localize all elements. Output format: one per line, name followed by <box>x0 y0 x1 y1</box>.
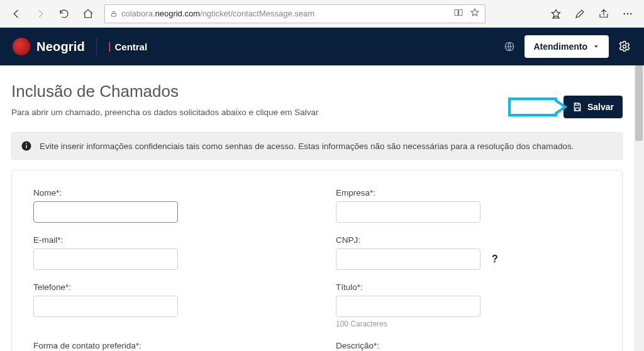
field-email: E-mail*: <box>33 235 298 270</box>
scroll-thumb[interactable] <box>635 65 643 141</box>
field-descricao: Descrição*: <box>336 341 601 351</box>
logo-icon <box>13 38 30 55</box>
subbrand-label: Central <box>114 42 147 52</box>
header-divider <box>96 38 97 55</box>
refresh-button[interactable] <box>53 3 75 25</box>
label-telefone: Telefone*: <box>33 282 298 292</box>
more-icon[interactable] <box>616 3 639 25</box>
svg-point-6 <box>623 45 626 48</box>
callout-arrow <box>508 98 557 116</box>
label-nome: Nome*: <box>33 188 298 198</box>
forward-button[interactable] <box>29 3 52 25</box>
app-header: Neogrid | Central Atendimento <box>0 28 644 65</box>
globe-icon[interactable] <box>503 40 516 53</box>
share-icon[interactable] <box>592 3 615 25</box>
page-content: Inclusão de Chamados Para abrir um chama… <box>0 65 634 351</box>
label-email: E-mail*: <box>33 235 298 245</box>
input-empresa[interactable] <box>336 201 480 223</box>
back-button[interactable] <box>5 3 28 25</box>
svg-rect-8 <box>26 145 27 148</box>
info-text: Evite inserir informações confidenciais … <box>40 142 574 151</box>
home-button[interactable] <box>77 3 99 25</box>
notes-icon[interactable] <box>569 3 591 25</box>
field-forma-contato: Forma de contato preferida*: Selecione..… <box>33 341 298 351</box>
hint-titulo: 100 Caracteres <box>336 320 601 328</box>
field-telefone: Telefone*: <box>33 282 298 328</box>
info-banner: Evite inserir informações confidenciais … <box>11 132 623 160</box>
field-empresa: Empresa*: <box>336 188 601 223</box>
save-label: Salvar <box>587 102 614 112</box>
page-subtitle: Para abrir um chamado, preencha os dados… <box>11 108 319 117</box>
brand-name: Neogrid <box>36 40 85 54</box>
label-forma-contato: Forma de contato preferida*: <box>33 341 298 350</box>
chevron-down-icon <box>592 43 600 50</box>
label-descricao: Descrição*: <box>336 341 601 350</box>
vertical-scrollbar[interactable] <box>634 65 644 351</box>
field-nome: Nome*: <box>33 188 298 223</box>
lock-icon <box>110 10 118 18</box>
svg-rect-9 <box>26 143 27 145</box>
url-text: colabora.neogrid.com/ngticket/contactMes… <box>121 9 314 18</box>
save-button[interactable]: Salvar <box>564 96 623 118</box>
input-nome[interactable] <box>33 201 178 223</box>
svg-point-3 <box>627 13 628 14</box>
input-telefone[interactable] <box>33 296 178 317</box>
field-cnpj: CNPJ: ? <box>336 235 601 270</box>
input-titulo[interactable] <box>336 296 480 317</box>
atendimento-dropdown[interactable]: Atendimento <box>525 35 609 58</box>
input-cnpj[interactable] <box>336 248 480 270</box>
svg-point-4 <box>630 13 631 14</box>
favorites-icon[interactable] <box>545 3 567 25</box>
browser-toolbar: colabora.neogrid.com/ngticket/contactMes… <box>0 0 644 28</box>
field-titulo: Título*: 100 Caracteres <box>336 282 601 328</box>
pipe-icon: | <box>108 41 111 52</box>
svg-rect-0 <box>112 13 116 16</box>
atendimento-label: Atendimento <box>533 42 587 52</box>
reader-icon[interactable] <box>453 8 464 20</box>
address-bar[interactable]: colabora.neogrid.com/ngticket/contactMes… <box>104 4 486 23</box>
label-titulo: Título*: <box>336 282 601 292</box>
star-icon[interactable] <box>470 8 480 20</box>
gear-icon[interactable] <box>618 40 631 53</box>
form-card: Nome*: Empresa*: E-mail*: CNPJ: <box>11 170 623 351</box>
svg-point-2 <box>624 13 625 14</box>
label-empresa: Empresa*: <box>336 188 601 198</box>
input-email[interactable] <box>33 248 178 270</box>
info-icon <box>21 140 32 152</box>
save-icon <box>572 102 582 112</box>
help-icon[interactable]: ? <box>492 254 498 265</box>
label-cnpj: CNPJ: <box>336 235 601 245</box>
page-title: Inclusão de Chamados <box>11 82 319 101</box>
